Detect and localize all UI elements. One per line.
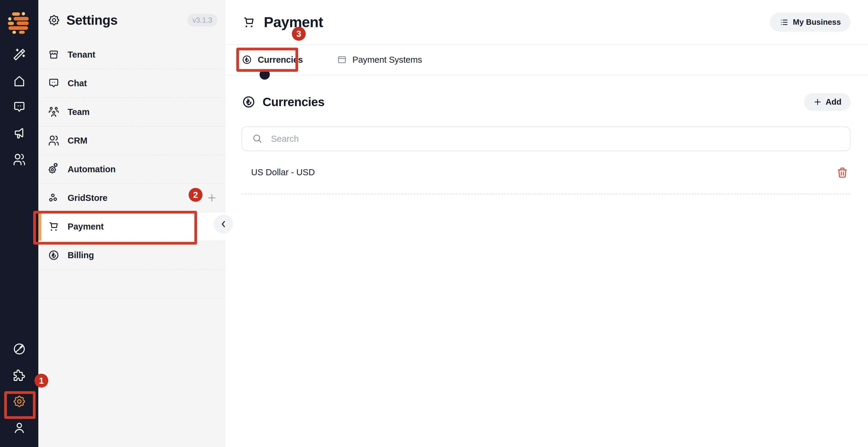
grid-dots-icon xyxy=(48,192,60,204)
lira-coin-icon xyxy=(48,249,60,261)
search-bar xyxy=(242,126,850,151)
main-area: Payment My Business Currencies xyxy=(225,0,868,447)
users-icon xyxy=(48,134,60,147)
currency-name: US Dollar - USD xyxy=(251,167,315,178)
tab-payment-systems[interactable]: Payment Systems xyxy=(337,55,422,65)
sidebar-header: Settings v3.1.3 xyxy=(38,0,224,40)
sidebar-nav: Tenant Chat Team xyxy=(38,40,225,298)
my-business-label: My Business xyxy=(793,18,841,27)
shopping-cart-icon xyxy=(48,221,60,232)
tab-label: Payment Systems xyxy=(352,55,422,65)
sidebar-collapse-button[interactable] xyxy=(214,215,233,234)
sidebar-item-label: Tenant xyxy=(68,50,95,60)
card-panel-icon xyxy=(337,55,347,65)
home-icon[interactable] xyxy=(12,74,26,88)
chat-bubble-icon[interactable] xyxy=(12,100,26,114)
tab-bar: Currencies Payment Systems xyxy=(225,45,868,75)
page-header: Payment My Business xyxy=(225,0,868,45)
sidebar-item-label: CRM xyxy=(68,136,87,146)
sidebar-item-label: Chat xyxy=(68,78,87,88)
tab-currencies[interactable]: Currencies xyxy=(242,54,303,65)
list-icon xyxy=(780,18,788,27)
sidebar-item-crm[interactable]: CRM xyxy=(38,126,225,155)
version-badge: v3.1.3 xyxy=(187,14,217,27)
app-logo xyxy=(0,0,38,40)
add-currency-button[interactable]: Add xyxy=(804,93,850,111)
search-input[interactable] xyxy=(271,134,840,144)
puzzle-icon[interactable] xyxy=(12,368,26,382)
sidebar-item-label: Team xyxy=(68,107,90,117)
currency-row-usd[interactable]: US Dollar - USD xyxy=(242,151,850,194)
search-icon xyxy=(252,133,263,145)
rail-top-group xyxy=(0,47,38,166)
sidebar-item-automation[interactable]: Automation xyxy=(38,155,225,184)
section-title: Currencies xyxy=(262,95,324,109)
settings-gear-icon[interactable] xyxy=(12,394,26,408)
plus-icon xyxy=(813,97,822,106)
lira-coin-icon xyxy=(242,54,252,65)
settings-sidebar: Settings v3.1.3 Tenant Chat xyxy=(38,0,225,447)
sidebar-item-billing[interactable]: Billing xyxy=(38,241,225,269)
trash-icon xyxy=(836,166,849,179)
shopping-cart-icon xyxy=(242,15,256,29)
megaphone-icon[interactable] xyxy=(12,126,26,140)
sidebar-item-chat[interactable]: Chat xyxy=(38,69,225,98)
cogs-icon xyxy=(48,163,60,175)
sidebar-item-label: GridStore xyxy=(68,193,107,203)
add-store-plus-icon[interactable] xyxy=(206,192,218,203)
storefront-icon xyxy=(48,49,60,61)
chat-bubble-icon xyxy=(48,77,60,89)
sidebar-title: Settings xyxy=(66,13,118,28)
pie-chart-icon[interactable] xyxy=(12,342,26,356)
icon-rail xyxy=(0,0,38,447)
gear-icon xyxy=(48,14,60,27)
sidebar-spacer xyxy=(38,269,225,298)
section-header: Currencies Add xyxy=(242,93,850,111)
team-icon[interactable] xyxy=(12,153,26,166)
currencies-section: Currencies Add US Dollar - USD xyxy=(225,93,868,194)
sidebar-item-payment[interactable]: Payment xyxy=(38,212,225,241)
sidebar-item-label: Payment xyxy=(68,222,104,232)
sidebar-item-label: Billing xyxy=(68,250,94,260)
sidebar-item-tenant[interactable]: Tenant xyxy=(38,40,225,69)
chevron-left-icon xyxy=(218,219,228,229)
my-business-button[interactable]: My Business xyxy=(770,13,850,32)
gridstore-actions xyxy=(206,192,218,203)
add-button-label: Add xyxy=(826,97,841,107)
sidebar-item-label: Automation xyxy=(68,164,116,174)
magic-wand-icon[interactable] xyxy=(12,47,26,62)
delete-currency-button[interactable] xyxy=(836,166,849,179)
user-icon[interactable] xyxy=(12,421,26,435)
lira-coin-icon xyxy=(242,95,256,109)
rail-bottom-group xyxy=(0,342,38,435)
users-group-icon xyxy=(48,106,60,118)
active-tab-indicator-dot xyxy=(259,69,270,79)
sidebar-item-gridstore[interactable]: GridStore xyxy=(38,184,225,212)
currency-list: US Dollar - USD xyxy=(242,151,850,194)
sidebar-item-team[interactable]: Team xyxy=(38,98,225,126)
page-title: Payment xyxy=(264,14,323,30)
tab-label: Currencies xyxy=(258,55,303,65)
